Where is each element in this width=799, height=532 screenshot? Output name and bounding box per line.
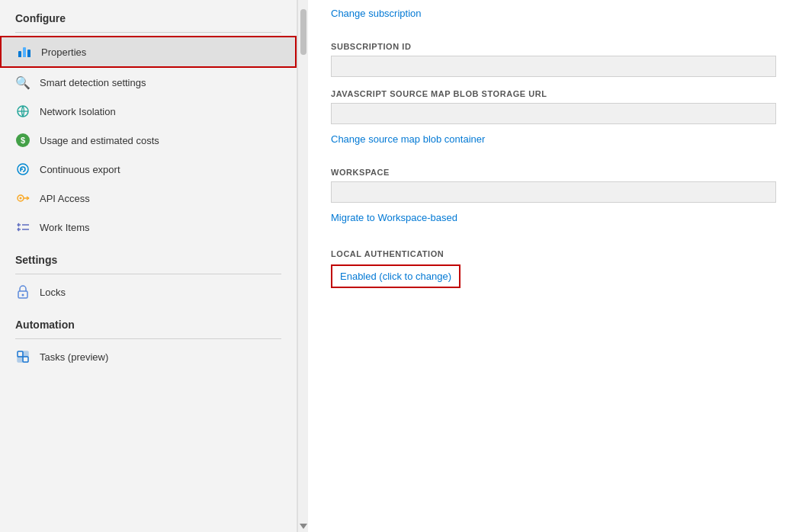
tasks-icon — [15, 349, 30, 364]
automation-divider — [15, 338, 281, 339]
svg-point-7 — [20, 197, 22, 200]
automation-section-title: Automation — [0, 306, 297, 335]
sidebar-item-tasks-label: Tasks (preview) — [40, 351, 108, 363]
workspace-label: WORKSPACE — [331, 168, 776, 177]
locks-icon — [15, 284, 30, 300]
sidebar-item-locks-label: Locks — [40, 287, 66, 298]
sidebar-item-api-access-label: API Access — [40, 193, 90, 204]
local-auth-label: LOCAL AUTHENTICATION — [331, 249, 776, 258]
sidebar-item-usage-costs-label: Usage and estimated costs — [40, 135, 159, 146]
properties-icon — [17, 44, 32, 59]
sidebar-item-network-isolation[interactable]: Network Isolation — [0, 97, 297, 126]
sidebar-item-continuous-export-label: Continuous export — [40, 164, 120, 175]
workspace-input[interactable] — [331, 181, 776, 203]
local-auth-toggle[interactable]: Enabled (click to change) — [331, 264, 460, 288]
sidebar-item-work-items-label: Work Items — [40, 222, 90, 233]
configure-divider — [15, 32, 281, 33]
svg-rect-18 — [18, 351, 23, 357]
change-subscription-link[interactable]: Change subscription — [331, 8, 422, 19]
workspace-block: WORKSPACE Migrate to Workspace-based — [331, 168, 776, 234]
subscription-id-block: SUBSCRIPTION ID — [331, 42, 776, 77]
continuous-export-icon — [15, 162, 30, 177]
sidebar-item-properties[interactable]: Properties — [0, 36, 297, 68]
sidebar-item-smart-detection-label: Smart detection settings — [40, 77, 146, 88]
sidebar-item-usage-costs[interactable]: $ Usage and estimated costs — [0, 126, 297, 155]
sidebar-item-api-access[interactable]: API Access — [0, 184, 297, 213]
network-isolation-icon — [15, 104, 30, 119]
subscription-id-label: SUBSCRIPTION ID — [331, 42, 776, 51]
scrollbar[interactable] — [297, 0, 308, 532]
sidebar-item-properties-label: Properties — [41, 46, 86, 58]
configure-section-title: Configure — [0, 0, 297, 29]
sidebar-item-smart-detection[interactable]: 🔍 Smart detection settings — [0, 68, 297, 97]
work-items-icon — [15, 220, 30, 235]
main-content: Change subscription SUBSCRIPTION ID JAVA… — [308, 0, 799, 532]
svg-rect-20 — [18, 357, 23, 362]
settings-section-title: Settings — [0, 242, 297, 271]
sidebar-item-network-isolation-label: Network Isolation — [40, 106, 116, 117]
settings-divider — [15, 274, 281, 274]
api-access-icon — [15, 191, 30, 206]
sidebar-item-continuous-export[interactable]: Continuous export — [0, 155, 297, 184]
sidebar-item-locks[interactable]: Locks — [0, 277, 297, 306]
sidebar-item-work-items[interactable]: Work Items — [0, 213, 297, 242]
js-source-block: JAVASCRIPT SOURCE MAP BLOB STORAGE URL C… — [331, 89, 776, 155]
js-source-input[interactable] — [331, 103, 776, 124]
svg-point-17 — [22, 294, 24, 296]
svg-rect-21 — [23, 357, 28, 362]
js-source-label: JAVASCRIPT SOURCE MAP BLOB STORAGE URL — [331, 89, 776, 98]
change-source-link[interactable]: Change source map blob container — [331, 133, 485, 145]
scroll-thumb[interactable] — [300, 9, 306, 55]
change-subscription-block: Change subscription — [331, 8, 776, 30]
sidebar: Configure Properties 🔍 Smart detection s… — [0, 0, 297, 532]
sidebar-item-tasks[interactable]: Tasks (preview) — [0, 342, 297, 371]
migrate-link[interactable]: Migrate to Workspace-based — [331, 212, 457, 223]
smart-detection-icon: 🔍 — [15, 75, 30, 90]
local-auth-value[interactable]: Enabled (click to change) — [340, 271, 451, 282]
subscription-id-input[interactable] — [331, 56, 776, 77]
svg-rect-19 — [23, 351, 28, 357]
usage-costs-icon: $ — [15, 133, 30, 148]
local-auth-block: LOCAL AUTHENTICATION Enabled (click to c… — [331, 249, 776, 288]
scroll-arrow-down[interactable] — [300, 524, 307, 529]
